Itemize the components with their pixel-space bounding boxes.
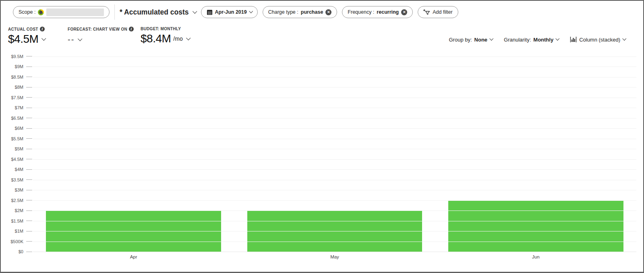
x-axis: AprMayJun: [33, 254, 636, 259]
y-tick-label: $5.5M: [11, 136, 23, 141]
gridline: [33, 231, 636, 231]
y-tick-mark: [26, 159, 32, 159]
y-tick-mark: [26, 190, 32, 190]
y-tick-label: $6.5M: [11, 116, 23, 121]
y-tick: $2M: [1, 208, 32, 213]
remove-filter-icon[interactable]: ✕: [401, 9, 407, 15]
gridline: [33, 118, 636, 119]
chevron-down-icon: [622, 37, 626, 41]
y-tick: $5M: [1, 146, 32, 151]
gridline: [33, 67, 636, 67]
y-tick-label: $2M: [15, 208, 23, 213]
calendar-icon: [207, 9, 213, 15]
chevron-down-icon: [489, 37, 493, 41]
y-tick-label: $7M: [15, 105, 23, 110]
y-tick: $7.5M: [1, 95, 32, 100]
granularity-label: Granularity:: [504, 37, 531, 43]
info-icon[interactable]: i: [129, 27, 134, 31]
y-tick: $1M: [1, 229, 32, 233]
filter-pill-charge-type[interactable]: Charge type : purchase ✕: [263, 6, 338, 18]
y-tick-mark: [26, 138, 32, 139]
group-by-select[interactable]: Group by: None: [449, 37, 493, 43]
gridline: [33, 139, 636, 139]
view-title: * Accumulated costs: [120, 8, 189, 17]
budget-value: $8.4M: [141, 32, 171, 45]
gridline: [33, 159, 636, 160]
forecast-label: FORECAST: CHART VIEW ON: [68, 27, 127, 31]
y-tick: $9.5M: [1, 54, 32, 59]
y-tick: $8.5M: [1, 75, 32, 79]
scope-pill[interactable]: Scope :: [13, 6, 110, 18]
y-tick: $5.5M: [1, 136, 32, 141]
gridline: [33, 190, 636, 190]
y-tick-mark: [26, 77, 32, 77]
gridline: [33, 221, 636, 221]
bar-jun[interactable]: [448, 200, 623, 252]
y-tick-mark: [26, 169, 32, 170]
kpi-budget: BUDGET: MONTHLY $8.4M /mo: [141, 27, 190, 45]
y-tick-label: $5M: [15, 146, 23, 151]
chart-type-select[interactable]: Column (stacked): [570, 36, 625, 43]
toolbar: Scope : * Accumulated costs Apr-Jun 2019…: [13, 5, 635, 19]
filter-pill-frequency[interactable]: Frequency : recurring ✕: [342, 6, 413, 18]
y-tick-label: $8M: [15, 85, 23, 90]
y-tick-label: $7.5M: [11, 95, 23, 100]
forecast-value: --: [68, 33, 75, 46]
gridline: [33, 108, 636, 108]
gridline: [33, 180, 636, 180]
group-by-value: None: [474, 37, 488, 43]
granularity-value: Monthly: [533, 37, 553, 43]
y-tick-mark: [26, 97, 32, 98]
y-tick-mark: [26, 87, 32, 88]
y-tick-mark: [26, 200, 32, 200]
gridline: [33, 56, 636, 57]
budget-dropdown[interactable]: $8.4M /mo: [141, 32, 190, 45]
y-tick-mark: [26, 118, 32, 118]
y-tick-mark: [26, 108, 32, 108]
add-filter-icon: [423, 9, 430, 16]
x-axis-label: Apr: [33, 254, 234, 259]
info-icon[interactable]: i: [40, 27, 45, 31]
y-tick-label: $3M: [15, 188, 23, 192]
y-tick-mark: [26, 210, 32, 211]
budget-suffix: /mo: [173, 35, 182, 42]
x-axis-label: May: [234, 254, 435, 259]
chevron-down-icon: [249, 9, 253, 13]
y-tick: $0: [1, 249, 32, 254]
add-filter-button[interactable]: Add filter: [418, 6, 458, 18]
date-range-pill[interactable]: Apr-Jun 2019: [201, 6, 258, 18]
gridline: [33, 128, 636, 129]
view-title-dropdown[interactable]: * Accumulated costs: [120, 8, 196, 17]
gridline: [33, 242, 636, 242]
granularity-select[interactable]: Granularity: Monthly: [504, 37, 559, 43]
y-tick-mark: [26, 149, 32, 149]
y-tick: $6M: [1, 126, 32, 131]
chevron-down-icon: [555, 37, 559, 41]
forecast-dropdown[interactable]: --: [68, 33, 134, 46]
y-tick: $3.5M: [1, 177, 32, 182]
actual-cost-dropdown[interactable]: $4.5M: [8, 33, 45, 46]
scope-value-redacted: [46, 8, 104, 16]
y-tick-mark: [26, 221, 32, 221]
bar-slot: [435, 51, 636, 252]
y-tick-label: $9.5M: [11, 54, 23, 59]
x-axis-label: Jun: [435, 254, 636, 259]
y-tick-label: $1M: [15, 229, 23, 233]
budget-label: BUDGET: MONTHLY: [141, 27, 181, 31]
group-by-label: Group by:: [449, 37, 472, 43]
y-tick-mark: [26, 231, 32, 231]
y-tick: $4.5M: [1, 157, 32, 162]
scope-label: Scope :: [19, 9, 35, 15]
chevron-down-icon: [41, 36, 46, 40]
filter-name: Charge type :: [268, 9, 298, 15]
remove-filter-icon[interactable]: ✕: [325, 9, 331, 15]
plot-area: [33, 51, 636, 252]
gridline: [33, 77, 636, 77]
y-tick-mark: [26, 241, 32, 242]
chart-type-value: Column (stacked): [579, 37, 620, 43]
y-axis: $0$500K$1M$1.5M$2M$2.5M$3M$3.5M$4M$4.5M$…: [1, 51, 32, 252]
gridline: [33, 169, 636, 170]
filter-value: purchase: [301, 9, 323, 15]
y-tick-label: $9M: [15, 64, 23, 69]
actual-cost-label: ACTUAL COST: [8, 27, 38, 31]
